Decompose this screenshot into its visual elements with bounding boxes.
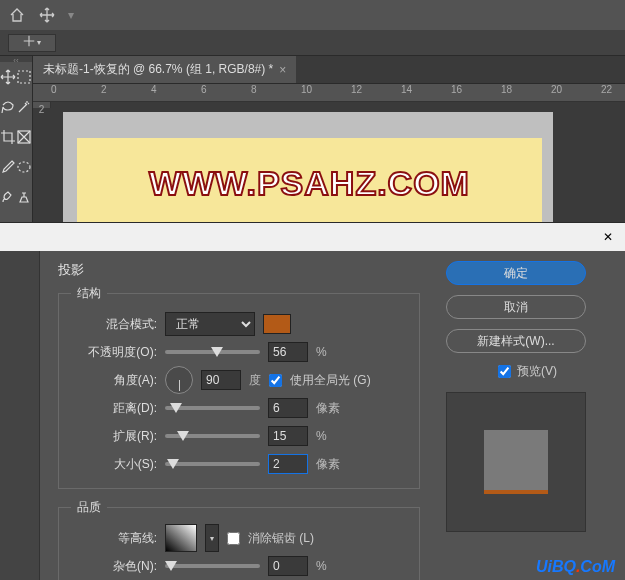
spread-unit: % xyxy=(316,429,327,443)
selection-tool[interactable] xyxy=(16,152,32,182)
dialog-right-panel: 确定 取消 新建样式(W)... 预览(V) xyxy=(430,251,625,580)
app-menu-bar: ▾ xyxy=(0,0,625,30)
document-tab[interactable]: 未标题-1-恢复的 @ 66.7% (组 1, RGB/8#) * × xyxy=(33,56,296,83)
move-tool[interactable] xyxy=(0,62,16,92)
noise-input[interactable] xyxy=(268,556,308,576)
crop-tool[interactable] xyxy=(0,122,16,152)
contour-picker[interactable] xyxy=(165,524,197,552)
spread-label: 扩展(R): xyxy=(71,428,157,445)
ruler-tick: 6 xyxy=(201,84,251,101)
size-label: 大小(S): xyxy=(71,456,157,473)
quality-legend: 品质 xyxy=(71,499,107,516)
global-light-checkbox[interactable] xyxy=(269,374,282,387)
layer-style-dialog: ✕ 投影 结构 混合模式: 正常 不透明度(O): % xyxy=(0,222,625,580)
ruler-vertical: 2 xyxy=(33,102,51,108)
move-icon xyxy=(23,35,35,50)
ruler-tick: 8 xyxy=(251,84,301,101)
ruler-tick: 10 xyxy=(301,84,351,101)
angle-unit: 度 xyxy=(249,372,261,389)
angle-label: 角度(A): xyxy=(71,372,157,389)
style-preview xyxy=(446,392,586,532)
distance-unit: 像素 xyxy=(316,400,340,417)
opacity-unit: % xyxy=(316,345,327,359)
canvas-area[interactable]: 2 WWW.PSAHZ.COM xyxy=(33,102,625,108)
ruler-tick: 20 xyxy=(551,84,601,101)
quality-group: 品质 等高线: ▾ 消除锯齿 (L) 杂色(N): % xyxy=(58,499,420,580)
ruler-tick: 16 xyxy=(451,84,501,101)
frame-tool[interactable] xyxy=(16,122,32,152)
site-watermark: UiBQ.CoM xyxy=(536,558,615,576)
close-icon[interactable]: ✕ xyxy=(597,226,619,248)
magic-wand-tool[interactable] xyxy=(16,92,32,122)
noise-unit: % xyxy=(316,559,327,573)
ruler-horizontal: 0 2 4 6 8 10 12 14 16 18 20 22 24 xyxy=(33,84,625,102)
canvas-document: WWW.PSAHZ.COM xyxy=(77,138,542,228)
ruler-tick: 2 xyxy=(101,84,151,101)
blend-mode-label: 混合模式: xyxy=(71,316,157,333)
global-light-label: 使用全局光 (G) xyxy=(290,372,371,389)
lasso-tool[interactable] xyxy=(0,92,16,122)
preview-checkbox[interactable] xyxy=(498,365,511,378)
document-tab-title: 未标题-1-恢复的 @ 66.7% (组 1, RGB/8#) * xyxy=(43,61,273,78)
chevron-down-icon: ▾ xyxy=(37,38,41,47)
clone-stamp-tool[interactable] xyxy=(16,182,32,212)
blend-mode-select[interactable]: 正常 xyxy=(165,312,255,336)
size-unit: 像素 xyxy=(316,456,340,473)
ruler-tick: 12 xyxy=(351,84,401,101)
ruler-tick: 14 xyxy=(401,84,451,101)
opacity-slider[interactable] xyxy=(165,350,260,354)
distance-label: 距离(D): xyxy=(71,400,157,417)
document-tab-bar: 未标题-1-恢复的 @ 66.7% (组 1, RGB/8#) * × xyxy=(33,56,625,84)
size-input[interactable] xyxy=(268,454,308,474)
structure-group: 结构 混合模式: 正常 不透明度(O): % 角度(A): xyxy=(58,285,420,489)
opacity-label: 不透明度(O): xyxy=(71,344,157,361)
angle-dial[interactable] xyxy=(165,366,193,394)
style-list-panel[interactable] xyxy=(0,251,40,580)
noise-label: 杂色(N): xyxy=(71,558,157,575)
shadow-color-swatch[interactable] xyxy=(263,314,291,334)
distance-input[interactable] xyxy=(268,398,308,418)
structure-legend: 结构 xyxy=(71,285,107,302)
contour-dropdown-icon[interactable]: ▾ xyxy=(205,524,219,552)
style-preview-swatch xyxy=(484,430,548,494)
watermark-text: WWW.PSAHZ.COM xyxy=(149,164,470,203)
ruler-tick: 22 xyxy=(601,84,625,101)
distance-slider[interactable] xyxy=(165,406,260,410)
ok-button[interactable]: 确定 xyxy=(446,261,586,285)
size-slider[interactable] xyxy=(165,462,260,466)
noise-slider[interactable] xyxy=(165,564,260,568)
style-settings-panel: 投影 结构 混合模式: 正常 不透明度(O): % 角度( xyxy=(40,251,430,580)
svg-point-2 xyxy=(18,162,30,172)
close-icon[interactable]: × xyxy=(279,63,286,77)
tool-options-bar: ▾ xyxy=(0,30,625,56)
eyedropper-tool[interactable] xyxy=(0,152,16,182)
ruler-tick: 0 xyxy=(51,84,101,101)
antialias-label: 消除锯齿 (L) xyxy=(248,530,314,547)
antialias-checkbox[interactable] xyxy=(227,532,240,545)
ruler-tick: 2 xyxy=(33,102,50,152)
cancel-button[interactable]: 取消 xyxy=(446,295,586,319)
dialog-title-bar[interactable]: ✕ xyxy=(0,223,625,251)
dropdown-chevron-icon[interactable]: ▾ xyxy=(68,8,74,22)
ruler-tick: 4 xyxy=(151,84,201,101)
tool-preset-picker[interactable]: ▾ xyxy=(8,34,56,52)
section-title: 投影 xyxy=(58,261,420,279)
spread-input[interactable] xyxy=(268,426,308,446)
angle-input[interactable] xyxy=(201,370,241,390)
opacity-input[interactable] xyxy=(268,342,308,362)
new-style-button[interactable]: 新建样式(W)... xyxy=(446,329,586,353)
move-icon[interactable] xyxy=(38,6,56,24)
brush-tool[interactable] xyxy=(0,182,16,212)
marquee-tool[interactable] xyxy=(16,62,32,92)
svg-rect-0 xyxy=(18,71,30,83)
preview-label: 预览(V) xyxy=(517,363,557,380)
home-icon[interactable] xyxy=(8,6,26,24)
contour-label: 等高线: xyxy=(71,530,157,547)
spread-slider[interactable] xyxy=(165,434,260,438)
ruler-tick: 18 xyxy=(501,84,551,101)
